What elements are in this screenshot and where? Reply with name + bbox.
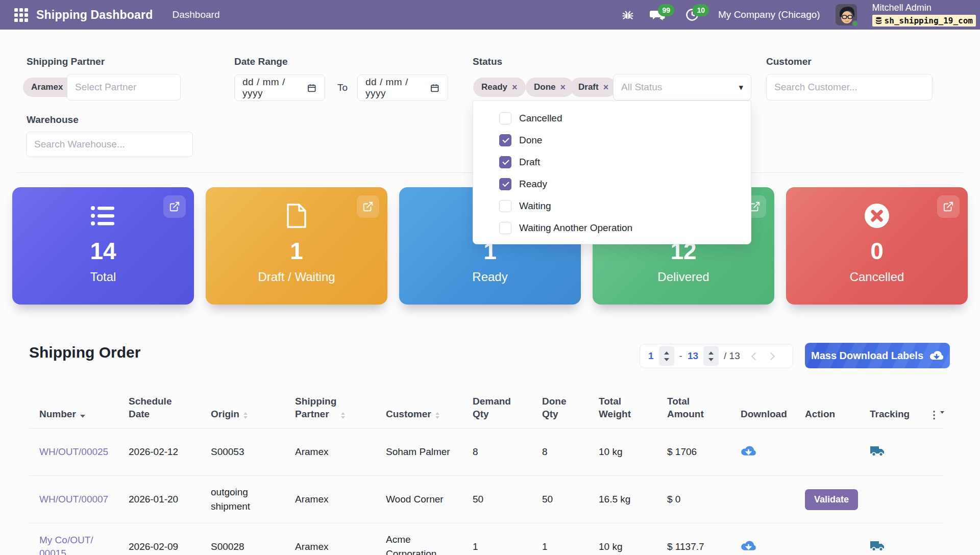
col-header-origin[interactable]: Origin bbox=[201, 408, 285, 428]
app-title[interactable]: Shipping Dashboard bbox=[36, 8, 153, 22]
warehouse-placeholder: Search Warehouse... bbox=[34, 139, 125, 150]
shipping-partner-cell: Aramex bbox=[285, 541, 376, 552]
customer-cell: Soham Palmer bbox=[386, 445, 450, 459]
date-to-value: dd / mm / yyyy bbox=[365, 77, 430, 99]
customer-cell: Acme Corporation bbox=[386, 533, 450, 555]
sort-icon[interactable] bbox=[341, 412, 345, 419]
col-header-download[interactable]: Download bbox=[730, 408, 795, 428]
checkbox[interactable] bbox=[499, 156, 511, 168]
checkbox[interactable] bbox=[499, 200, 511, 212]
status-option-draft[interactable]: Draft bbox=[473, 151, 751, 173]
download-label-cloud-icon[interactable] bbox=[741, 445, 756, 457]
col-header-customer[interactable]: Customer bbox=[376, 408, 462, 428]
status-select[interactable]: All Status ▾ bbox=[613, 74, 751, 100]
col-header-action[interactable]: Action bbox=[795, 408, 860, 428]
header-label: Customer bbox=[386, 408, 431, 421]
total-amount-cell: $ 1137.7 bbox=[657, 541, 730, 552]
date-to-input[interactable]: dd / mm / yyyy bbox=[357, 74, 448, 101]
external-link-icon[interactable] bbox=[937, 195, 960, 218]
external-link-icon[interactable] bbox=[163, 195, 186, 218]
pager-dash: - bbox=[679, 350, 682, 362]
remove-tag-icon[interactable]: × bbox=[560, 83, 566, 92]
calendar-icon[interactable] bbox=[430, 83, 440, 93]
col-header-number[interactable]: Number bbox=[29, 408, 118, 428]
user-name: Mitchell Admin bbox=[872, 3, 976, 13]
order-number-link[interactable]: WH/​OUT/​00007 bbox=[39, 493, 108, 506]
origin-cell: outgoing shipment bbox=[211, 485, 272, 513]
tracking-truck-icon[interactable] bbox=[870, 445, 885, 457]
col-header-options[interactable]: ⋮ bbox=[919, 410, 943, 428]
col-header-schedule-date[interactable]: Schedule Date bbox=[118, 395, 201, 428]
status-tag-done[interactable]: Done× bbox=[526, 78, 574, 97]
total-amount-cell: $ 1706 bbox=[657, 446, 730, 458]
status-tag-ready[interactable]: Ready× bbox=[473, 78, 526, 97]
tag-label: Ready bbox=[481, 82, 507, 92]
pager-start-value[interactable]: 1 bbox=[648, 350, 654, 362]
pager-prev-icon[interactable] bbox=[751, 352, 759, 360]
status-option-waiting-another-operation[interactable]: Waiting Another Operation bbox=[473, 217, 751, 239]
apps-grid-icon[interactable] bbox=[14, 8, 28, 22]
external-link-icon[interactable] bbox=[357, 195, 379, 218]
date-from-value: dd / mm / yyyy bbox=[242, 77, 307, 99]
col-header-shipping-partner[interactable]: Shipping Partner bbox=[285, 395, 376, 428]
tracking-truck-icon[interactable] bbox=[870, 540, 885, 552]
status-option-done[interactable]: Done bbox=[473, 129, 751, 151]
mass-download-labels-button[interactable]: Mass Download Labels bbox=[805, 343, 950, 368]
status-dropdown-panel: Cancelled Done Draft Ready Waiting Waiti… bbox=[473, 100, 751, 244]
kpi-card-draft-waiting[interactable]: 1 Draft / Waiting bbox=[206, 187, 387, 305]
customer-search-input[interactable]: Search Customer... bbox=[766, 74, 933, 100]
company-switcher[interactable]: My Company (Chicago) bbox=[718, 9, 820, 20]
col-header-demand-qty[interactable]: Demand Qty bbox=[462, 395, 532, 428]
col-header-tracking[interactable]: Tracking bbox=[860, 408, 919, 428]
order-number-link[interactable]: My Co/​OUT/​00015 bbox=[39, 534, 100, 555]
messages-icon[interactable]: 99 bbox=[649, 6, 666, 23]
pager-end-stepper[interactable] bbox=[703, 346, 719, 366]
download-label-cloud-icon[interactable] bbox=[741, 540, 756, 552]
column-options-icon[interactable]: ⋮ bbox=[929, 410, 944, 421]
table-row[interactable]: My Co/​OUT/​00015 2026-02-09 S00028 Aram… bbox=[29, 523, 943, 555]
remove-tag-icon[interactable]: × bbox=[603, 83, 609, 92]
checkbox[interactable] bbox=[499, 178, 511, 190]
sort-icon[interactable] bbox=[435, 412, 439, 419]
pager-end-value[interactable]: 13 bbox=[688, 350, 698, 362]
col-header-total-weight[interactable]: Total Weight bbox=[589, 395, 657, 428]
checkbox[interactable] bbox=[499, 222, 511, 234]
partner-search-input[interactable]: Select Partner bbox=[67, 74, 181, 100]
pager-next-icon[interactable] bbox=[767, 352, 775, 360]
done-qty-cell: 1 bbox=[532, 541, 589, 552]
table-row[interactable]: WH/​OUT/​00025 2026-02-12 S00053 Aramex … bbox=[29, 428, 943, 476]
debug-bug-icon[interactable] bbox=[619, 6, 636, 23]
validate-button[interactable]: Validate bbox=[805, 489, 858, 510]
kpi-card-total[interactable]: 14 Total bbox=[12, 187, 194, 305]
total-weight-cell: 16.5 kg bbox=[589, 494, 657, 505]
remove-tag-icon[interactable]: × bbox=[512, 83, 518, 92]
col-header-done-qty[interactable]: Done Qty bbox=[532, 395, 589, 428]
header-label: Schedule Date bbox=[129, 395, 170, 421]
status-option-ready[interactable]: Ready bbox=[473, 173, 751, 195]
status-tag-draft[interactable]: Draft× bbox=[570, 78, 617, 97]
user-avatar[interactable] bbox=[836, 4, 857, 26]
checkbox[interactable] bbox=[499, 112, 511, 124]
sort-icon[interactable] bbox=[243, 412, 248, 419]
pagination-control: 1 - 13 / 13 bbox=[640, 344, 793, 368]
pager-start-stepper[interactable] bbox=[659, 346, 674, 366]
activities-clock-icon[interactable]: 10 bbox=[683, 6, 701, 23]
sort-desc-icon[interactable] bbox=[80, 415, 85, 418]
mass-download-label: Mass Download Labels bbox=[811, 350, 923, 362]
kpi-card-cancelled[interactable]: 0 Cancelled bbox=[786, 187, 968, 305]
status-option-waiting[interactable]: Waiting bbox=[473, 195, 751, 217]
customer-cell: Wood Corner bbox=[386, 492, 444, 507]
table-row[interactable]: WH/​OUT/​00007 2026-01-20 outgoing shipm… bbox=[29, 476, 943, 523]
status-option-cancelled[interactable]: Cancelled bbox=[473, 107, 751, 129]
header-label: Total Amount bbox=[667, 395, 698, 421]
date-from-input[interactable]: dd / mm / yyyy bbox=[234, 74, 325, 101]
customer-label: Customer bbox=[766, 56, 812, 67]
checkbox[interactable] bbox=[499, 134, 511, 146]
warehouse-search-input[interactable]: Search Warehouse... bbox=[26, 132, 193, 157]
user-block[interactable]: Mitchell Admin sh_shipping_19_com bbox=[872, 3, 976, 27]
demand-qty-cell: 50 bbox=[462, 494, 532, 505]
order-number-link[interactable]: WH/​OUT/​00025 bbox=[39, 445, 108, 459]
menu-dashboard[interactable]: Dashboard bbox=[173, 9, 220, 20]
col-header-total-amount[interactable]: Total Amount bbox=[657, 395, 730, 428]
calendar-icon[interactable] bbox=[307, 83, 317, 93]
